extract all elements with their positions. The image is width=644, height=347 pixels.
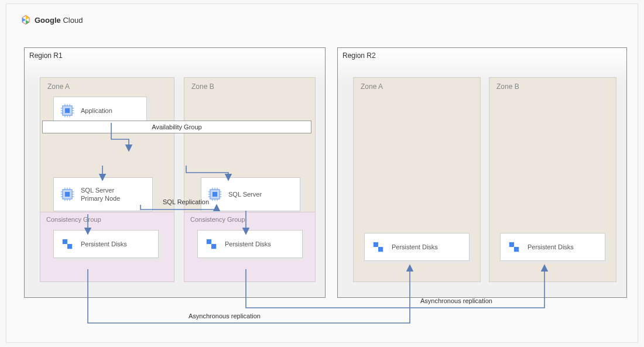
gcp-logo-icon bbox=[20, 15, 31, 25]
diagram-frame: Google Cloud Region R1 Zone A Applicatio… bbox=[6, 4, 638, 343]
r2b-pd-label: Persistent Disks bbox=[527, 243, 574, 251]
svg-rect-15 bbox=[65, 192, 70, 197]
application-label: Application bbox=[81, 106, 112, 115]
r2a-pd-card: Persistent Disks bbox=[364, 233, 470, 261]
region-r2: Region R2 Zone A Persistent Disks Zone B bbox=[337, 47, 627, 298]
async-rep-2-label: Asynchronous replication bbox=[189, 312, 261, 319]
availability-group-bar: Availability Group bbox=[42, 121, 311, 133]
region-r2-label: Region R2 bbox=[342, 51, 376, 60]
persistent-disk-icon bbox=[204, 236, 219, 252]
sql-primary-label: SQL Server Primary Node bbox=[81, 186, 120, 203]
compute-icon bbox=[60, 187, 75, 202]
compute-icon bbox=[207, 187, 222, 202]
r1-zone-b: Zone B SQL Server Consistency Group bbox=[184, 77, 316, 282]
async-rep-1-label: Asynchronous replication bbox=[420, 297, 492, 304]
gcp-header: Google Cloud bbox=[20, 15, 83, 25]
persistent-disk-icon bbox=[371, 239, 386, 255]
sql-replication-label: SQL Replication bbox=[163, 198, 209, 205]
persistent-disk-icon bbox=[60, 236, 75, 252]
sql-primary-card: SQL Server Primary Node bbox=[53, 177, 153, 211]
r2b-pd-card: Persistent Disks bbox=[500, 233, 605, 261]
compute-icon bbox=[60, 103, 75, 118]
r2-zone-b-label: Zone B bbox=[496, 83, 519, 91]
r1a-consistency-label: Consistency Group bbox=[46, 216, 101, 223]
region-r1-label: Region R1 bbox=[29, 51, 63, 60]
persistent-disk-icon bbox=[506, 239, 522, 255]
r1b-consistency-group: Consistency Group Persistent Disks bbox=[184, 212, 316, 282]
r1-zone-a-label: Zone A bbox=[47, 83, 70, 91]
sql-server-b-label: SQL Server bbox=[228, 190, 262, 198]
r2a-pd-label: Persistent Disks bbox=[392, 243, 438, 251]
r1b-pd-card: Persistent Disks bbox=[197, 230, 303, 258]
r1a-pd-card: Persistent Disks bbox=[53, 230, 159, 258]
r2-zone-b: Zone B Persistent Disks bbox=[489, 77, 616, 282]
r1a-consistency-group: Consistency Group Persistent Disks bbox=[40, 212, 174, 282]
r2-zone-a-label: Zone A bbox=[361, 83, 383, 91]
header-title: Google Cloud bbox=[35, 16, 83, 25]
region-r1: Region R1 Zone A Application bbox=[24, 47, 326, 298]
r1b-consistency-label: Consistency Group bbox=[190, 216, 245, 223]
r2-zone-a: Zone A Persistent Disks bbox=[353, 77, 481, 282]
r1-zone-b-label: Zone B bbox=[191, 83, 214, 91]
sql-server-b-card: SQL Server bbox=[201, 177, 300, 211]
r1a-pd-label: Persistent Disks bbox=[81, 240, 127, 248]
svg-rect-29 bbox=[213, 192, 217, 197]
r1b-pd-label: Persistent Disks bbox=[225, 240, 271, 248]
r1-zone-a: Zone A Application bbox=[40, 77, 174, 282]
svg-rect-1 bbox=[65, 108, 70, 113]
